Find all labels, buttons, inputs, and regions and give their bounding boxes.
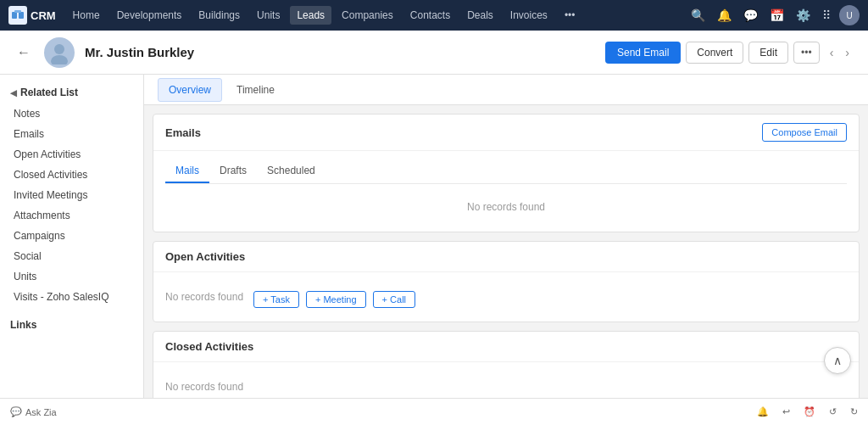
grid-icon[interactable]: ⠿ <box>819 7 834 24</box>
next-record-button[interactable]: › <box>840 42 854 63</box>
open-activities-no-records: No records found <box>165 281 243 313</box>
sidebar-item-open-activities[interactable]: Open Activities <box>0 144 143 165</box>
prev-record-button[interactable]: ‹ <box>825 42 839 63</box>
svg-point-3 <box>54 44 64 54</box>
ask-zia-label: Ask Zia <box>25 407 57 417</box>
page-title: Mr. Justin Burkley <box>85 45 595 59</box>
tab-overview[interactable]: Overview <box>158 78 222 102</box>
top-navigation: CRM Home Developments Buildings Units Le… <box>0 0 868 31</box>
tab-timeline[interactable]: Timeline <box>225 78 286 102</box>
user-avatar[interactable]: U <box>839 5 860 25</box>
header-actions: Send Email Convert Edit ••• ‹ › <box>605 42 854 64</box>
app-logo[interactable]: CRM <box>8 6 56 25</box>
scrollable-content: Emails Compose Email Mails Drafts Schedu… <box>144 105 868 425</box>
nav-units[interactable]: Units <box>250 6 287 25</box>
svg-rect-2 <box>14 10 21 13</box>
bottom-icon-2[interactable]: ↩ <box>782 406 790 417</box>
header-bar: ← Mr. Justin Burkley Send Email Convert … <box>0 31 868 75</box>
topnav-icons: 🔍 🔔 💬 📅 ⚙️ ⠿ U <box>687 5 860 25</box>
emails-card: Emails Compose Email Mails Drafts Schedu… <box>153 114 860 232</box>
nav-more[interactable]: ••• <box>558 6 582 25</box>
email-subtab-scheduled[interactable]: Scheduled <box>257 159 326 183</box>
sidebar-collapse-icon: ◀ <box>10 88 17 98</box>
add-task-button[interactable]: + Task <box>253 291 299 308</box>
ask-zia-button[interactable]: 💬 Ask Zia <box>10 406 57 417</box>
calendar-icon[interactable]: 📅 <box>766 7 787 24</box>
email-subtab-mails[interactable]: Mails <box>165 159 209 183</box>
nav-invoices[interactable]: Invoices <box>504 6 554 25</box>
back-button[interactable]: ← <box>14 42 34 64</box>
logo-icon <box>8 6 27 25</box>
open-activities-card-body: No records found + Task + Meeting + Call <box>153 272 859 322</box>
settings-icon[interactable]: ⚙️ <box>793 7 814 24</box>
convert-button[interactable]: Convert <box>686 42 743 64</box>
bottom-icon-5[interactable]: ↻ <box>850 406 858 417</box>
search-icon[interactable]: 🔍 <box>687 7 709 24</box>
nav-buildings[interactable]: Buildings <box>192 6 247 25</box>
nav-deals[interactable]: Deals <box>460 6 500 25</box>
sidebar-item-emails[interactable]: Emails <box>0 124 143 144</box>
content-tabs: Overview Timeline <box>144 75 868 105</box>
scroll-to-top-button[interactable]: ∧ <box>824 347 851 374</box>
sidebar-item-closed-activities[interactable]: Closed Activities <box>0 165 143 185</box>
closed-activities-title: Closed Activities <box>165 340 253 353</box>
nav-developments[interactable]: Developments <box>110 6 189 25</box>
nav-leads[interactable]: Leads <box>290 6 331 25</box>
nav-home[interactable]: Home <box>66 6 107 25</box>
sidebar-item-social[interactable]: Social <box>0 246 143 266</box>
sidebar-item-units[interactable]: Units <box>0 266 143 287</box>
edit-button[interactable]: Edit <box>748 42 788 64</box>
record-navigation: ‹ › <box>825 42 854 63</box>
content-area: Overview Timeline Emails Compose Email M… <box>144 75 868 425</box>
email-subtabs: Mails Drafts Scheduled <box>165 159 847 184</box>
links-header: Links <box>0 314 143 336</box>
bottom-icon-1[interactable]: 🔔 <box>757 406 769 417</box>
closed-activities-card-header: Closed Activities <box>153 332 859 362</box>
nav-companies[interactable]: Companies <box>335 6 400 25</box>
send-email-button[interactable]: Send Email <box>605 42 681 64</box>
add-meeting-button[interactable]: + Meeting <box>306 291 366 308</box>
compose-email-button[interactable]: Compose Email <box>762 123 847 142</box>
svg-rect-0 <box>12 12 17 19</box>
chat-icon[interactable]: 💬 <box>740 7 761 24</box>
app-name: CRM <box>31 9 56 22</box>
activity-add-buttons: + Task + Meeting + Call <box>253 291 415 308</box>
bell-icon[interactable]: 🔔 <box>714 7 735 24</box>
open-activities-card-header: Open Activities <box>153 242 859 272</box>
open-activities-card: Open Activities No records found + Task … <box>153 241 860 322</box>
bottom-icon-4[interactable]: ↺ <box>829 406 837 417</box>
main-layout: ◀ Related List Notes Emails Open Activit… <box>0 75 868 425</box>
add-call-button[interactable]: + Call <box>373 291 415 308</box>
emails-card-title: Emails <box>165 126 201 139</box>
sidebar-item-visits-zoho[interactable]: Visits - Zoho SalesIQ <box>0 287 143 307</box>
emails-card-body: Mails Drafts Scheduled No records found <box>153 151 859 232</box>
bottom-icon-3[interactable]: ⏰ <box>804 406 815 417</box>
svg-point-4 <box>51 55 68 64</box>
emails-no-records: No records found <box>165 191 847 223</box>
related-list-label: Related List <box>20 87 78 98</box>
email-subtab-drafts[interactable]: Drafts <box>209 159 257 183</box>
emails-card-header: Emails Compose Email <box>153 115 859 151</box>
nav-contacts[interactable]: Contacts <box>403 6 457 25</box>
sidebar-item-invited-meetings[interactable]: Invited Meetings <box>0 185 143 205</box>
sidebar: ◀ Related List Notes Emails Open Activit… <box>0 75 144 425</box>
svg-rect-1 <box>19 12 24 19</box>
related-list-header[interactable]: ◀ Related List <box>0 81 143 103</box>
sidebar-item-attachments[interactable]: Attachments <box>0 205 143 226</box>
sidebar-item-campaigns[interactable]: Campaigns <box>0 226 143 246</box>
more-actions-button[interactable]: ••• <box>793 42 820 64</box>
bottom-bar: 💬 Ask Zia 🔔 ↩ ⏰ ↺ ↻ <box>0 398 868 425</box>
open-activities-title: Open Activities <box>165 250 245 263</box>
zia-icon: 💬 <box>10 406 22 417</box>
contact-avatar <box>44 37 75 68</box>
sidebar-item-notes[interactable]: Notes <box>0 103 143 124</box>
